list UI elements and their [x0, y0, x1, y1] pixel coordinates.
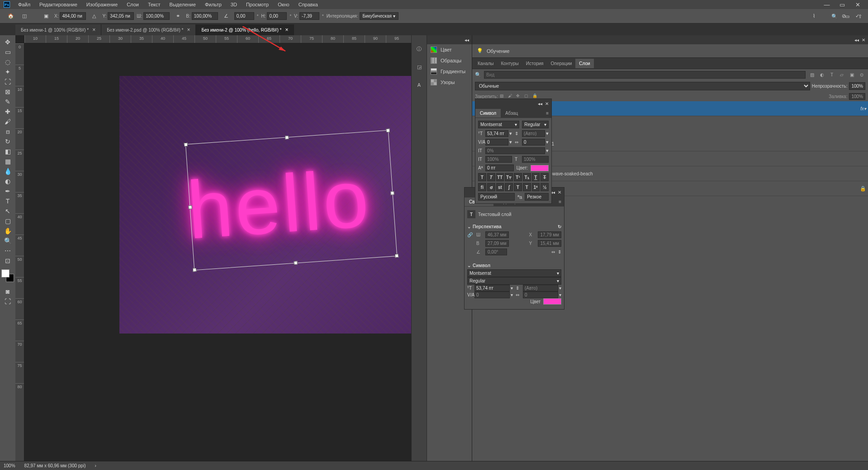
tab-layers[interactable]: Слои — [575, 59, 593, 68]
color-row[interactable]: Цвет — [427, 44, 472, 55]
doc-tab-2[interactable]: Без имени-2.psd @ 100% (RGB/8#) * × — [101, 24, 196, 35]
tracking-input[interactable]: 0 — [522, 139, 545, 146]
italic-button[interactable]: T — [487, 173, 495, 181]
delta-icon[interactable]: △ — [89, 11, 100, 22]
document-dimensions[interactable]: 82,97 мм x 60,96 мм (300 ppi) — [24, 463, 86, 468]
workspace-icon[interactable]: ▭ — [844, 13, 851, 20]
layer-filter-input[interactable] — [484, 71, 806, 79]
leading-input[interactable]: (Авто) — [522, 130, 545, 137]
layer-name[interactable]: Карта градиента 1 — [516, 141, 866, 146]
menu-filter[interactable]: Фильтр — [200, 0, 226, 9]
color-swatches[interactable] — [1, 269, 14, 282]
minimize-button[interactable]: — — [820, 0, 834, 9]
language-dropdown[interactable]: Русский — [478, 193, 515, 201]
info-icon[interactable]: ⓘ — [415, 44, 424, 53]
screen-mode-tool[interactable]: ⛶ — [1, 296, 14, 306]
filter-pixel-icon[interactable]: ▨ — [808, 71, 816, 79]
horizontal-ruler[interactable]: 101520253035404550556065707580859095 — [24, 35, 411, 43]
titling-button[interactable]: T — [523, 183, 531, 191]
edit-toolbar[interactable]: ⊡ — [1, 256, 14, 266]
fill-value[interactable]: 100% — [849, 93, 865, 100]
collapse-icon[interactable]: ◂◂ — [538, 101, 542, 106]
reset-icon[interactable]: ↻ — [558, 224, 561, 229]
filter-smart-icon[interactable]: ▣ — [848, 71, 855, 79]
vscale-input[interactable]: 0% — [485, 147, 545, 154]
props-color-swatch[interactable] — [543, 298, 561, 305]
blend-mode-select[interactable]: Обычные — [475, 82, 810, 90]
menu-view[interactable]: Просмотр — [242, 0, 273, 9]
subscript-button[interactable]: T₁ — [523, 173, 531, 181]
props-leading-input[interactable]: (Авто) — [523, 285, 558, 291]
props-weight-dropdown[interactable]: Regular▾ — [467, 277, 561, 285]
canvas[interactable]: hello — [119, 76, 411, 334]
stylistic-button[interactable]: T — [514, 183, 522, 191]
more-tools[interactable]: ⋯ — [1, 246, 14, 256]
dodge-tool[interactable]: ◐ — [1, 176, 14, 186]
brush-tool[interactable]: 🖌 — [1, 117, 14, 127]
reference-point-icon[interactable]: ▣ — [41, 11, 52, 22]
lasso-tool[interactable]: ◌ — [1, 57, 14, 67]
move-tool[interactable]: ✥ — [1, 37, 14, 47]
discretionary-button[interactable]: st — [496, 183, 504, 191]
tab-history[interactable]: История — [522, 59, 547, 68]
font-size-input[interactable]: 53,74 пт — [485, 130, 508, 137]
ligatures-button[interactable]: fi — [478, 183, 486, 191]
crop-tool[interactable]: ⛶ — [1, 77, 14, 87]
menu-help[interactable]: Справка — [294, 0, 323, 9]
search-icon[interactable]: 🔍 — [831, 13, 838, 20]
menu-image[interactable]: Изображение — [82, 0, 122, 9]
eyedropper-tool[interactable]: ✎ — [1, 97, 14, 107]
text-color-swatch[interactable] — [531, 165, 549, 171]
home-icon[interactable]: 🏠 — [5, 11, 16, 22]
superscript-button[interactable]: T¹ — [514, 173, 522, 181]
menu-edit[interactable]: Редактирование — [35, 0, 82, 9]
character-icon[interactable]: A — [415, 80, 424, 89]
opacity-value[interactable]: 100% — [849, 82, 865, 90]
menu-select[interactable]: Выделение — [165, 0, 200, 9]
status-chevron-icon[interactable]: › — [95, 463, 96, 468]
close-icon[interactable]: ✕ — [862, 38, 865, 42]
navigator-icon[interactable]: ◲ — [415, 62, 424, 71]
quick-mask-tool[interactable]: ◙ — [1, 287, 14, 296]
close-icon[interactable]: ✕ — [545, 101, 549, 106]
interp-dropdown[interactable]: Бикубическая ▾ — [360, 12, 398, 20]
bold-button[interactable]: T — [478, 173, 486, 181]
ordinals-button[interactable]: 1ˢ — [532, 183, 540, 191]
tab-channels[interactable]: Каналы — [474, 59, 498, 68]
shape-tool[interactable]: ▢ — [1, 216, 14, 226]
path-select-tool[interactable]: ↖ — [1, 206, 14, 216]
gradients-row[interactable]: Градиенты — [427, 66, 472, 77]
layer-name[interactable]: hello — [500, 106, 858, 111]
doc-tab-1[interactable]: Без имени-1 @ 100% (RGB/8#) * × — [15, 24, 101, 35]
transform-y-value[interactable]: 15,41 мм — [538, 240, 561, 247]
strikethrough-button[interactable]: T — [541, 173, 549, 181]
layer-name[interactable]: clouds-in-a-pink-sky-over-wave-soaked-be… — [500, 171, 866, 176]
fg-color-swatch[interactable] — [1, 269, 9, 277]
tab-paragraph[interactable]: Абзац — [501, 109, 522, 118]
healing-tool[interactable]: ✚ — [1, 107, 14, 117]
h-input[interactable] — [192, 12, 218, 20]
tab-paths[interactable]: Контуры — [498, 59, 522, 68]
panel-menu-icon[interactable]: ≡ — [556, 199, 564, 204]
flip-v-icon[interactable]: ⇕ — [558, 249, 561, 254]
menu-type[interactable]: Текст — [143, 0, 165, 9]
link-icon[interactable]: 🔗 — [467, 232, 474, 237]
filter-adj-icon[interactable]: ◐ — [818, 71, 825, 79]
smallcaps-button[interactable]: Tᴛ — [505, 173, 513, 181]
patterns-row[interactable]: Узоры — [427, 77, 472, 88]
swatches-row[interactable]: Образцы — [427, 55, 472, 66]
history-brush-tool[interactable]: ↻ — [1, 136, 14, 146]
maximize-button[interactable]: ▭ — [835, 0, 849, 9]
marquee-tool[interactable]: ▭ — [1, 47, 14, 57]
close-icon[interactable]: × — [92, 27, 95, 33]
underline-button[interactable]: T — [532, 173, 540, 181]
vskew-input[interactable] — [299, 12, 319, 20]
share-icon[interactable]: ⇪ — [856, 13, 863, 20]
learn-panel[interactable]: 💡 Обучение — [472, 44, 868, 58]
canvas-area[interactable]: 101520253035404550556065707580859095 051… — [15, 35, 411, 461]
transform-section-title[interactable]: ⌄ Перспектива ↻ — [467, 223, 561, 230]
kerning-input[interactable]: 0 — [485, 139, 508, 146]
transform-x-value[interactable]: 17,79 мм — [538, 231, 561, 238]
zoom-tool[interactable]: 🔍 — [1, 236, 14, 246]
props-kerning-input[interactable]: 0 — [474, 291, 510, 298]
